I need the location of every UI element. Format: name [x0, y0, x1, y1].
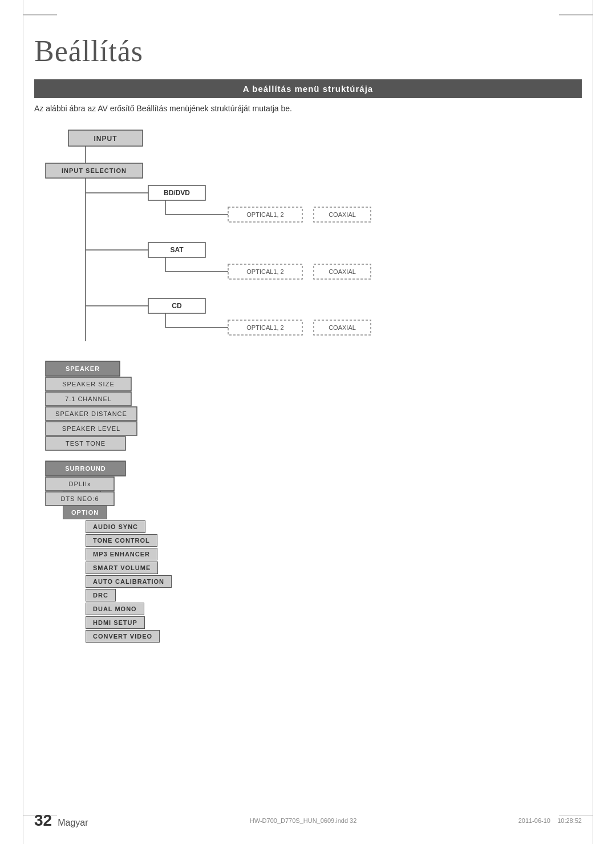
- option-item: SMART VOLUME: [86, 562, 158, 574]
- svg-text:SURROUND: SURROUND: [65, 465, 106, 472]
- svg-text:SPEAKER DISTANCE: SPEAKER DISTANCE: [55, 410, 127, 417]
- svg-text:DTS NEO:6: DTS NEO:6: [60, 495, 99, 502]
- intro-text: Az alábbi ábra az AV erősítő Beállítás m…: [34, 104, 582, 113]
- svg-text:BD/DVD: BD/DVD: [164, 189, 190, 197]
- diagram-svg: INPUT INPUT SELECTION BD/DVD OPTICAL1, 2…: [34, 124, 479, 512]
- option-item: AUTO CALIBRATION: [86, 575, 172, 588]
- option-item: CONVERT VIDEO: [86, 630, 160, 643]
- svg-text:INPUT SELECTION: INPUT SELECTION: [62, 167, 127, 174]
- page-number: 32: [34, 811, 52, 830]
- svg-text:DPLIIx: DPLIIx: [68, 480, 91, 487]
- option-item: TONE CONTROL: [86, 534, 157, 547]
- svg-text:OPTICAL1, 2: OPTICAL1, 2: [246, 324, 283, 331]
- svg-text:7.1 CHANNEL: 7.1 CHANNEL: [65, 395, 112, 402]
- svg-text:CD: CD: [172, 302, 182, 310]
- menu-diagram: INPUT INPUT SELECTION BD/DVD OPTICAL1, 2…: [34, 124, 582, 515]
- svg-text:INPUT: INPUT: [94, 135, 117, 143]
- svg-text:COAXIAL: COAXIAL: [329, 324, 356, 331]
- page-title: Beállítás: [34, 34, 582, 68]
- svg-text:SAT: SAT: [170, 246, 184, 254]
- svg-text:SPEAKER LEVEL: SPEAKER LEVEL: [62, 425, 120, 432]
- svg-text:COAXIAL: COAXIAL: [329, 211, 356, 218]
- svg-text:OPTICAL1, 2: OPTICAL1, 2: [246, 211, 283, 218]
- footer: 32 Magyar HW-D700_D770S_HUN_0609.indd 32…: [34, 811, 582, 830]
- option-item: DRC: [86, 589, 116, 601]
- footer-date: 2011-06-10 10:28:52: [518, 817, 582, 824]
- option-item: AUDIO SYNC: [86, 520, 145, 533]
- svg-text:COAXIAL: COAXIAL: [329, 268, 356, 275]
- section-header: A beállítás menü struktúrája: [34, 79, 582, 98]
- option-item: HDMI SETUP: [86, 616, 145, 629]
- option-item: DUAL MONO: [86, 603, 144, 615]
- page-lang: Magyar: [58, 818, 88, 828]
- option-item: MP3 ENHANCER: [86, 548, 157, 560]
- svg-text:OPTICAL1, 2: OPTICAL1, 2: [246, 268, 283, 275]
- svg-text:SPEAKER SIZE: SPEAKER SIZE: [62, 381, 114, 387]
- option-items: AUDIO SYNC TONE CONTROL MP3 ENHANCER SMA…: [86, 520, 582, 644]
- svg-text:TEST TONE: TEST TONE: [66, 440, 106, 447]
- footer-file: HW-D700_D770S_HUN_0609.indd 32: [250, 817, 357, 824]
- svg-text:SPEAKER: SPEAKER: [66, 365, 100, 372]
